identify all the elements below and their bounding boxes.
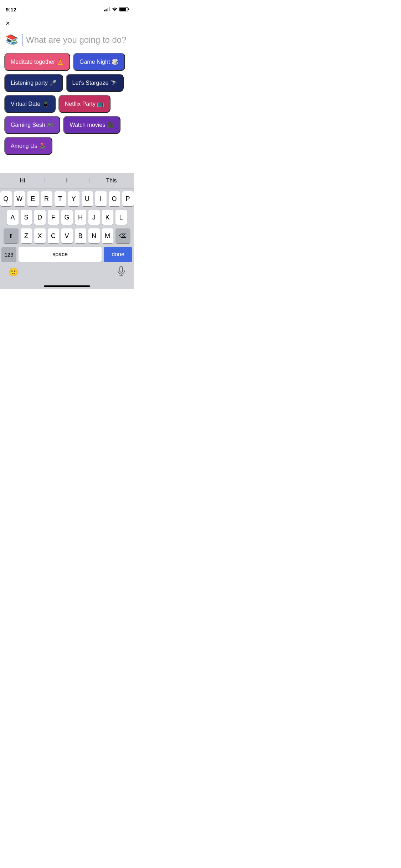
key-h[interactable]: H (75, 210, 86, 225)
shift-key[interactable]: ⬆ (4, 228, 19, 243)
keyboard-row-1: Q W E R T Y U I O P (1, 191, 132, 206)
signal-icon (104, 7, 110, 11)
svg-rect-0 (120, 267, 123, 272)
key-m[interactable]: M (102, 228, 113, 243)
key-z[interactable]: Z (21, 228, 32, 243)
key-v[interactable]: V (61, 228, 73, 243)
tag-game-night[interactable]: Game Night 🎲 (73, 53, 125, 71)
tag-virtual-date[interactable]: Virtual Date 📱 (4, 95, 56, 113)
key-b[interactable]: B (75, 228, 86, 243)
key-q[interactable]: Q (0, 191, 12, 206)
tag-netflix-party[interactable]: Netflix Party 📺 (58, 95, 111, 113)
done-key[interactable]: done (104, 247, 132, 262)
suggestion-hi[interactable]: Hi (0, 177, 45, 184)
space-key[interactable]: space (19, 247, 102, 262)
delete-key[interactable]: ⌫ (115, 228, 130, 243)
key-f[interactable]: F (48, 210, 59, 225)
tag-among-us[interactable]: Among Us 🕹️ (4, 137, 52, 155)
close-button[interactable]: × (0, 16, 16, 31)
key-j[interactable]: J (88, 210, 100, 225)
home-indicator (0, 285, 134, 289)
key-e[interactable]: E (27, 191, 39, 206)
status-bar: 9:12 (0, 0, 134, 16)
status-time: 9:12 (6, 6, 16, 12)
keyboard-row-3: ⬆ Z X C V B N M ⌫ (1, 228, 132, 243)
key-s[interactable]: S (21, 210, 32, 225)
tag-meditate-together[interactable]: Meditate together 🧘 (4, 53, 70, 71)
home-bar (44, 285, 90, 287)
microphone-icon[interactable] (117, 266, 125, 278)
search-area: 📚 What are you going to do? (0, 31, 134, 51)
status-icons (104, 7, 128, 12)
key-y[interactable]: Y (68, 191, 79, 206)
suggestion-this[interactable]: This (89, 177, 134, 184)
search-emoji: 📚 (6, 34, 18, 46)
key-x[interactable]: X (34, 228, 46, 243)
key-d[interactable]: D (34, 210, 46, 225)
tag-listening-party[interactable]: Listening party 🎤 (4, 74, 63, 92)
numbers-key[interactable]: 123 (1, 247, 16, 262)
key-w[interactable]: W (14, 191, 25, 206)
wifi-icon (112, 7, 118, 12)
emoji-key[interactable]: 🙂 (9, 268, 18, 277)
key-u[interactable]: U (82, 191, 93, 206)
suggestion-i[interactable]: I (45, 177, 89, 184)
key-g[interactable]: G (61, 210, 73, 225)
keyboard-row-4: 123 space done (1, 247, 132, 262)
keyboard-row-2: A S D F G H J K L (1, 210, 132, 225)
keyboard: Hi I This Q W E R T Y U I O P A S D F G … (0, 173, 134, 289)
keyboard-bottom-bar: 🙂 (0, 263, 134, 285)
battery-icon (119, 7, 128, 11)
tag-watch-movies[interactable]: Watch movies 🎥 (63, 116, 120, 134)
key-c[interactable]: C (48, 228, 59, 243)
text-cursor (22, 34, 22, 46)
key-k[interactable]: K (102, 210, 113, 225)
key-p[interactable]: P (122, 191, 134, 206)
tags-container: Meditate together 🧘 Game Night 🎲 Listeni… (0, 51, 134, 156)
autocomplete-bar: Hi I This (0, 173, 134, 188)
key-t[interactable]: T (55, 191, 66, 206)
key-r[interactable]: R (41, 191, 52, 206)
key-l[interactable]: L (115, 210, 127, 225)
key-o[interactable]: O (109, 191, 120, 206)
keyboard-rows: Q W E R T Y U I O P A S D F G H J K L ⬆ … (0, 188, 134, 263)
tag-lets-stargaze[interactable]: Let's Stargaze 🔭 (66, 74, 124, 92)
key-a[interactable]: A (7, 210, 19, 225)
search-placeholder[interactable]: What are you going to do? (26, 35, 127, 45)
key-i[interactable]: I (95, 191, 107, 206)
tag-gaming-sesh[interactable]: Gaming Sesh 🎮 (4, 116, 60, 134)
key-n[interactable]: N (88, 228, 100, 243)
